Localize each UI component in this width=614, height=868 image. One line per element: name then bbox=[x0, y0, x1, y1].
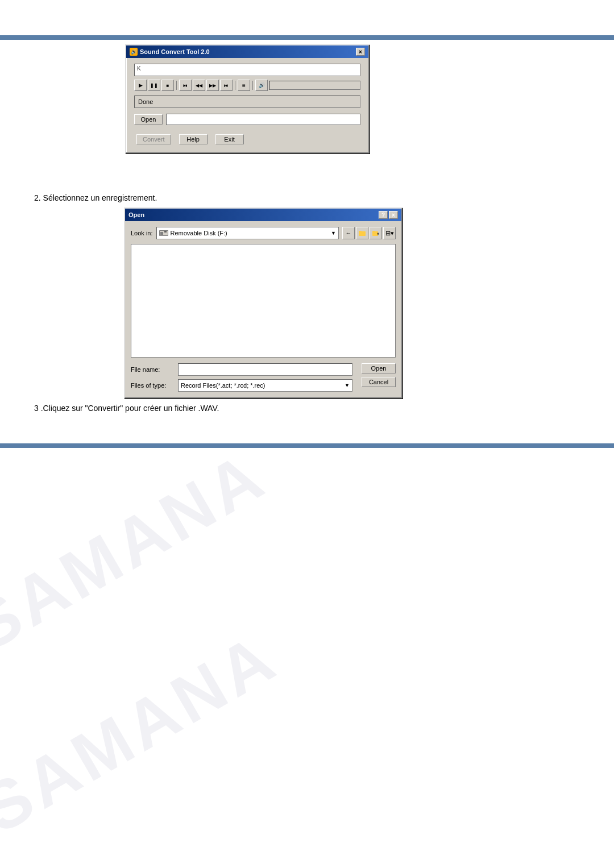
open-dialog-body: Look in: Removable Disk (F:) ▼ ← bbox=[125, 221, 401, 397]
transport-separator-3 bbox=[252, 81, 253, 90]
bottom-buttons: Convert Help Exit bbox=[134, 134, 360, 144]
forward-button[interactable]: ▶▶ bbox=[206, 80, 219, 91]
new-folder-icon bbox=[372, 229, 380, 237]
svg-rect-3 bbox=[164, 231, 167, 232]
disk-icon bbox=[159, 229, 168, 237]
files-of-type-label: Files of type: bbox=[131, 382, 173, 389]
nav-buttons: ← ⊞▾ bbox=[342, 227, 396, 239]
sound-convert-dialog: 🔊 Sound Convert Tool 2.0 × K ▶ ❚❚ ■ ⏮ ◀◀… bbox=[125, 44, 370, 153]
list-button[interactable]: ≡ bbox=[238, 80, 250, 91]
rewind-button[interactable]: ◀◀ bbox=[193, 80, 205, 91]
app-icon: 🔊 bbox=[130, 48, 138, 56]
status-bar: Done bbox=[134, 95, 360, 108]
dialog-action-buttons: Open Cancel bbox=[362, 363, 396, 392]
open-file-dialog: Open ? × Look in: Removable Disk (F:) ▼ bbox=[124, 207, 403, 398]
step3-text: 3 .Cliquez sur "Convertir" pour créer un… bbox=[34, 404, 219, 413]
open-file-button[interactable]: Open bbox=[362, 363, 396, 373]
svg-rect-5 bbox=[359, 231, 362, 232]
speaker-button[interactable]: 🔊 bbox=[255, 80, 268, 91]
look-in-value: Removable Disk (F:) bbox=[171, 230, 329, 236]
svg-rect-2 bbox=[160, 232, 163, 235]
cancel-button[interactable]: Cancel bbox=[362, 377, 396, 387]
files-of-type-dropdown[interactable]: Record Files(*.act; *.rcd; *.rec) ▼ bbox=[178, 379, 352, 392]
files-of-type-value: Record Files(*.act; *.rcd; *.rec) bbox=[181, 382, 345, 389]
step2-label: 2. Sélectionnez un enregistrement. bbox=[34, 193, 157, 202]
file-path-input[interactable] bbox=[166, 114, 360, 125]
bottom-blue-bar bbox=[0, 443, 614, 448]
file-name-input[interactable] bbox=[178, 363, 352, 376]
back-nav-button[interactable]: ← bbox=[342, 227, 355, 239]
open-button[interactable]: Open bbox=[134, 114, 163, 124]
svg-rect-9 bbox=[378, 233, 379, 235]
look-in-row: Look in: Removable Disk (F:) ▼ ← bbox=[131, 227, 396, 239]
titlebar-left: 🔊 Sound Convert Tool 2.0 bbox=[130, 48, 210, 56]
svg-rect-4 bbox=[359, 231, 366, 236]
open-dialog-titlebar: Open ? × bbox=[125, 209, 401, 221]
stop-button[interactable]: ■ bbox=[161, 80, 174, 91]
open-row: Open bbox=[134, 114, 360, 125]
play-button[interactable]: ▶ bbox=[134, 80, 147, 91]
open-dialog-title: Open bbox=[128, 211, 144, 218]
up-folder-button[interactable] bbox=[356, 227, 368, 239]
transport-separator-2 bbox=[235, 81, 235, 90]
dropdown-arrow-icon: ▼ bbox=[331, 230, 336, 236]
convert-button[interactable]: Convert bbox=[136, 134, 171, 144]
file-name-label: File name: bbox=[131, 366, 173, 373]
look-in-label: Look in: bbox=[131, 230, 153, 236]
exit-button[interactable]: Exit bbox=[215, 134, 244, 144]
dialog-fields: File name: Files of type: Record Files(*… bbox=[131, 363, 352, 392]
open-dialog-controls: ? × bbox=[379, 211, 398, 219]
track-label: K bbox=[137, 65, 141, 72]
step2-text: 2. Sélectionnez un enregistrement. bbox=[34, 193, 157, 202]
transport-separator-1 bbox=[176, 81, 177, 90]
dialog-title: Sound Convert Tool 2.0 bbox=[140, 48, 210, 55]
help-question-button[interactable]: ? bbox=[379, 211, 388, 219]
svg-rect-7 bbox=[372, 231, 375, 232]
dialog-body: K ▶ ❚❚ ■ ⏮ ◀◀ ▶▶ ⏭ ≡ 🔊 Done Open bbox=[126, 58, 368, 152]
status-text: Done bbox=[138, 98, 153, 105]
transport-bar: ▶ ❚❚ ■ ⏮ ◀◀ ▶▶ ⏭ ≡ 🔊 bbox=[134, 80, 360, 91]
close-dialog-button[interactable]: × bbox=[389, 211, 398, 219]
top-blue-bar bbox=[0, 35, 614, 40]
views-button[interactable]: ⊞▾ bbox=[383, 227, 396, 239]
filetype-dropdown-arrow-icon: ▼ bbox=[345, 383, 350, 388]
help-button[interactable]: Help bbox=[179, 134, 208, 144]
look-in-dropdown[interactable]: Removable Disk (F:) ▼ bbox=[156, 227, 339, 239]
step3-label: 3 .Cliquez sur "Convertir" pour créer un… bbox=[34, 404, 219, 413]
forward-to-end-button[interactable]: ⏭ bbox=[220, 80, 233, 91]
dialog-bottom-area: File name: Files of type: Record Files(*… bbox=[131, 363, 396, 392]
rewind-to-start-button[interactable]: ⏮ bbox=[179, 80, 192, 91]
close-button[interactable]: × bbox=[356, 48, 365, 56]
file-name-row: File name: bbox=[131, 363, 352, 376]
volume-slider[interactable] bbox=[269, 81, 360, 90]
new-folder-button[interactable] bbox=[370, 227, 382, 239]
pause-button[interactable]: ❚❚ bbox=[148, 80, 160, 91]
lower-content-area bbox=[0, 448, 614, 868]
filetype-row: Files of type: Record Files(*.act; *.rcd… bbox=[131, 379, 352, 392]
folder-up-icon bbox=[358, 229, 366, 237]
track-area: K bbox=[134, 64, 360, 76]
sound-convert-titlebar: 🔊 Sound Convert Tool 2.0 × bbox=[126, 45, 368, 58]
file-browser-area[interactable] bbox=[131, 244, 396, 358]
